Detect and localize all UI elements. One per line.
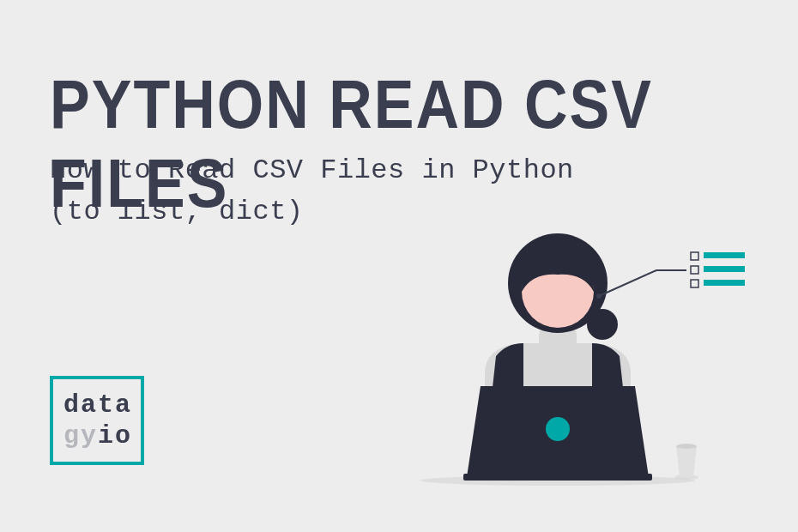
logo-gy: gy (63, 421, 98, 450)
logo-io: io (98, 421, 132, 450)
svg-rect-11 (704, 252, 745, 258)
svg-point-8 (546, 417, 570, 441)
svg-point-6 (587, 309, 618, 340)
svg-rect-13 (704, 266, 745, 272)
list-icon (691, 252, 745, 287)
person-laptop-illustration (395, 223, 755, 498)
svg-rect-14 (691, 280, 698, 287)
logo-text-line-2: gyio (63, 420, 130, 451)
svg-point-9 (596, 293, 602, 299)
logo-text-line-1: data (63, 390, 130, 420)
cup-icon (674, 444, 698, 480)
svg-rect-7 (463, 474, 652, 481)
subtitle-line-1: How to Read CSV Files in Python (50, 150, 574, 191)
svg-rect-12 (691, 266, 698, 274)
svg-point-2 (676, 444, 697, 449)
svg-rect-10 (691, 252, 698, 260)
svg-rect-15 (704, 280, 745, 286)
page-subtitle: How to Read CSV Files in Python (to list… (50, 150, 574, 233)
brand-logo: data gyio (50, 376, 144, 465)
